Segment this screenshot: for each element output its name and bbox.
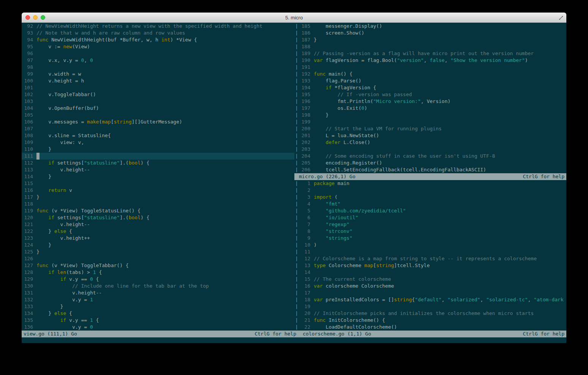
split-divider: | [294,303,299,310]
code-line[interactable]: |198 } [294,112,566,119]
code-line[interactable]: |16var colorscheme Colorscheme [294,283,566,290]
code-line[interactable]: 124 } [22,242,294,248]
code-line[interactable]: |17 [294,290,566,296]
code-line[interactable]: |13type Colorscheme map[string]tcell.Sty… [294,262,566,269]
code-line[interactable]: 101 [22,84,294,91]
code-line[interactable]: 107 [22,125,294,132]
code-line[interactable]: |2 [294,187,566,194]
code-line[interactable]: |4 "fmt" [294,201,566,207]
code-line[interactable]: 108 v.sline = Statusline{ [22,132,294,139]
code-line[interactable]: 116 return v [22,187,294,194]
close-button[interactable] [25,15,30,20]
pane-view-go: 92// NewViewWidthHeight returns a new vi… [22,23,294,331]
code-line[interactable]: 119func (v *View) ToggleStatusLine() { [22,207,294,214]
code-line[interactable]: |5 "github.com/zyedidia/tcell" [294,207,566,214]
code-line[interactable]: 109 view: v, [22,139,294,146]
code-line[interactable]: 123 v.height++ [22,235,294,242]
code-line[interactable]: 125} [22,248,294,255]
code-line[interactable]: 105 [22,112,294,119]
code-line[interactable]: 132 v.y = 1 [22,296,294,303]
line-number: 98 [22,64,33,71]
code-line[interactable]: |21func InitColorscheme() { [294,317,566,324]
code-line[interactable]: |7 "regexp" [294,221,566,228]
resize-icon[interactable] [558,15,564,20]
code-line[interactable]: |204 // Some encoding stuff in case the … [294,153,566,160]
code-line[interactable]: 120 if settings["statusline"].(bool) { [22,214,294,221]
code-line[interactable]: 117} [22,194,294,201]
code-line[interactable]: |186 screen.Show() [294,30,566,36]
code-line[interactable]: 122 } else { [22,228,294,235]
code-line[interactable]: |191 [294,64,566,71]
code-line[interactable]: |3import ( [294,194,566,201]
code-line[interactable]: 118 [22,201,294,207]
code-line[interactable]: 103 [22,98,294,105]
code-line[interactable]: 114 } [22,173,294,180]
code-line[interactable]: |197 os.Exit(0) [294,105,566,112]
zoom-button[interactable] [41,15,45,20]
code-line[interactable]: 115 [22,180,294,187]
code-line[interactable]: 128 if len(tabs) > 1 { [22,269,294,276]
code-line[interactable]: 94func NewViewWidthHeight(buf *Buffer, w… [22,36,294,43]
code-line[interactable]: |192func main() { [294,71,566,78]
code-line[interactable]: 97 v.x, v.y = 0, 0 [22,57,294,64]
code-line[interactable]: 136 v.y = 0 [22,324,294,331]
code-line[interactable]: |193 flag.Parse() [294,78,566,84]
code-line[interactable]: 121 v.height-- [22,221,294,228]
code-line[interactable]: |10) [294,242,566,248]
code-line[interactable]: 133 } [22,303,294,310]
code-line[interactable]: |6 "io/ioutil" [294,214,566,221]
line-number: 135 [22,317,33,324]
code-line[interactable]: 93// Note that w and h are raw column an… [22,30,294,36]
code-line[interactable]: |203 [294,146,566,153]
code-line[interactable]: |194 if *flagVersion { [294,84,566,91]
code-line[interactable]: 95 v := new(View) [22,43,294,50]
code-line[interactable]: 130 // Include one line for the tab bar … [22,283,294,290]
code-line[interactable]: |22 LoadDefaultColorscheme() [294,324,566,331]
code-line[interactable]: 96 [22,50,294,57]
code-line[interactable]: |12// Colorscheme is a map from string t… [294,255,566,262]
code-line[interactable]: 131 v.height-- [22,290,294,296]
code-line[interactable]: |185 messenger.Display() [294,23,566,30]
code-line[interactable]: |18var preInstalledColors = []string{"de… [294,296,566,303]
titlebar[interactable]: 5. micro [22,13,566,23]
minimize-button[interactable] [33,15,38,20]
code-line[interactable]: 99 v.width = w [22,71,294,78]
code-line[interactable]: |190var flagVersion = flag.Bool("version… [294,57,566,64]
code-line[interactable]: |187} [294,36,566,43]
code-line[interactable]: 129 if v.y == 0 { [22,276,294,283]
code-line[interactable]: 100 v.height = h [22,78,294,84]
code-line[interactable]: 104 v.OpenBuffer(buf) [22,105,294,112]
code-line[interactable]: |20// InitColorscheme picks and initiali… [294,310,566,317]
code-line[interactable]: |9 "strings" [294,235,566,242]
code-line[interactable]: |11 [294,248,566,255]
code-line[interactable]: |189// Passing -version as a flag will h… [294,50,566,57]
code-line[interactable]: 112 if settings["statusline"].(bool) { [22,160,294,166]
code-line[interactable]: 106 v.messages = make(map[string][]Gutte… [22,119,294,125]
code-line[interactable]: 110 } [22,146,294,153]
code-line[interactable]: |195 // If -version was passed [294,91,566,98]
command-message-line[interactable] [22,337,566,343]
code-line[interactable]: |205 encoding.Register() [294,160,566,166]
code-line[interactable]: |200 // Start the Lua VM for running plu… [294,125,566,132]
code-line[interactable]: |1package main [294,180,566,187]
code-line[interactable]: 126 [22,255,294,262]
code-line[interactable]: |199 [294,119,566,125]
code-line[interactable]: 98 [22,64,294,71]
statusline-filename: colorscheme.go (1,1) Go [303,331,371,337]
code-line[interactable]: |14 [294,269,566,276]
code-line[interactable]: 113 v.height-- [22,166,294,173]
code-line[interactable]: |206 tcell.SetEncodingFallback(tcell.Enc… [294,166,566,173]
code-line[interactable]: |19 [294,303,566,310]
code-line[interactable]: |8 "strconv" [294,228,566,235]
code-line[interactable]: |15// The current colorscheme [294,276,566,283]
code-line[interactable]: 134 } else { [22,310,294,317]
code-line[interactable]: |188 [294,43,566,50]
code-line[interactable]: |201 L = lua.NewState() [294,132,566,139]
code-line[interactable]: 102 v.ToggleTabbar() [22,91,294,98]
code-line[interactable]: 135 if v.y == 1 { [22,317,294,324]
code-line[interactable]: 92// NewViewWidthHeight returns a new vi… [22,23,294,30]
code-line[interactable]: 127func (v *View) ToggleTabbar() { [22,262,294,269]
code-line[interactable]: 111 [22,153,294,160]
code-line[interactable]: |196 fmt.Println("Micro version:", Versi… [294,98,566,105]
code-line[interactable]: |202 defer L.Close() [294,139,566,146]
